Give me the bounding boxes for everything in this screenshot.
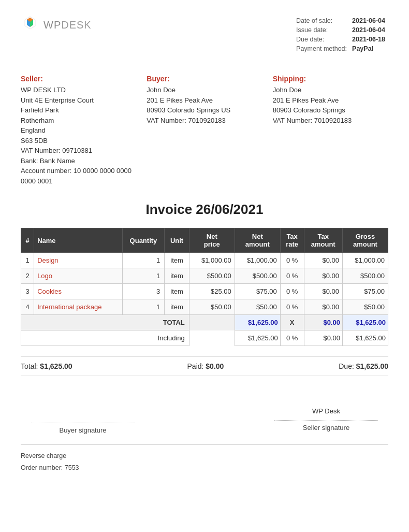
cell-gross: $50.00 xyxy=(342,299,388,315)
cell-tax-rate: 0 % xyxy=(280,284,304,299)
col-tax-rate: Taxrate xyxy=(280,228,304,253)
shipping-address2: 80903 Colorado Springs xyxy=(273,105,388,116)
total-net-amount: $1,625.00 xyxy=(235,315,280,330)
footer-line2: Order number: 7553 xyxy=(21,462,388,474)
paid-value: $0.00 xyxy=(206,362,224,370)
shipping-address1: 201 E Pikes Peak Ave xyxy=(273,95,388,106)
total-tax-amount: $0.00 xyxy=(304,315,342,330)
including-tax-rate: 0 % xyxy=(280,330,304,346)
total-value: $1,625.00 xyxy=(40,362,72,370)
cell-tax-amount: $0.00 xyxy=(304,299,342,315)
cell-tax-rate: 0 % xyxy=(280,253,304,268)
cell-qty: 1 xyxy=(122,268,165,284)
cell-name: International package xyxy=(34,299,123,315)
cell-tax-rate: 0 % xyxy=(280,299,304,315)
cell-unit: item xyxy=(165,268,189,284)
footer-line1: Reverse charge xyxy=(21,450,388,462)
invoice-title: Invoice 26/06/2021 xyxy=(21,202,388,218)
col-gross: Grossamount xyxy=(342,228,388,253)
seller-address3: Rotherham xyxy=(21,116,136,126)
invoice-summary: Total: $1,625.00 Paid: $0.00 Due: $1,625… xyxy=(21,356,388,376)
cell-unit: item xyxy=(165,253,189,268)
parties-section: Seller: WP DESK LTD Unit 4E Enterprise C… xyxy=(21,75,388,186)
summary-paid: Paid: $0.00 xyxy=(187,362,224,370)
cell-qty: 3 xyxy=(122,284,165,299)
cell-name: Design xyxy=(34,253,123,268)
shipping-title: Shipping: xyxy=(273,75,388,83)
buyer-address1: 201 E Pikes Peak Ave xyxy=(147,95,262,106)
cell-num: 2 xyxy=(21,268,34,284)
table-header-row: # Name Quantity Unit Netprice Netamount … xyxy=(21,228,388,253)
cell-net-price: $1,000.00 xyxy=(189,253,235,268)
due-value: $1,625.00 xyxy=(356,362,388,370)
buyer-sig-label: Buyer signature xyxy=(21,426,145,434)
cell-net-amount: $500.00 xyxy=(235,268,280,284)
cell-net-amount: $50.00 xyxy=(235,299,280,315)
col-qty: Quantity xyxy=(122,228,165,253)
seller-vat: VAT Number: 09710381 xyxy=(21,146,136,156)
seller-address4: England xyxy=(21,125,136,136)
table-row: 1 Design 1 item $1,000.00 $1,000.00 0 % … xyxy=(21,253,388,268)
cell-net-amount: $75.00 xyxy=(235,284,280,299)
including-net-amount: $1,625.00 xyxy=(235,330,280,346)
table-row: 2 Logo 1 item $500.00 $500.00 0 % $0.00 … xyxy=(21,268,388,284)
buyer-signature-block: Buyer signature xyxy=(21,407,145,434)
table-row: 4 International package 1 item $50.00 $5… xyxy=(21,299,388,315)
cell-net-amount: $1,000.00 xyxy=(235,253,280,268)
cell-unit: item xyxy=(165,284,189,299)
seller-company-name: WP Desk xyxy=(264,407,388,415)
cell-name: Logo xyxy=(34,268,123,284)
shipping-name: John Doe xyxy=(273,85,388,95)
due-date-label: Due date: xyxy=(294,35,349,44)
total-label: TOTAL xyxy=(21,315,189,330)
logo-light: DESK xyxy=(61,19,91,31)
cell-tax-amount: $0.00 xyxy=(304,253,342,268)
col-num: # xyxy=(21,228,34,253)
cell-qty: 1 xyxy=(122,299,165,315)
page-header: WPDESK Date of sale: 2021-06-04 Issue da… xyxy=(21,16,388,54)
cell-num: 3 xyxy=(21,284,34,299)
date-of-sale-value: 2021-06-04 xyxy=(350,17,387,25)
cell-tax-rate: 0 % xyxy=(280,268,304,284)
payment-method-value: PayPal xyxy=(350,45,387,53)
seller-block: Seller: WP DESK LTD Unit 4E Enterprise C… xyxy=(21,75,136,186)
header-dates: Date of sale: 2021-06-04 Issue date: 202… xyxy=(293,16,388,54)
seller-name: WP DESK LTD xyxy=(21,85,136,95)
signatures-section: Buyer signature WP Desk Seller signature xyxy=(21,407,388,434)
total-gross: $1,625.00 xyxy=(342,315,388,330)
seller-address2: Farfield Park xyxy=(21,105,136,116)
summary-due: Due: $1,625.00 xyxy=(339,362,388,370)
buyer-title: Buyer: xyxy=(147,75,262,83)
seller-signature-block: WP Desk Seller signature xyxy=(264,407,388,434)
payment-method-label: Payment method: xyxy=(294,45,349,53)
due-label: Due: xyxy=(339,362,354,370)
due-date-value: 2021-06-18 xyxy=(350,35,387,44)
cell-net-price: $50.00 xyxy=(189,299,235,315)
cell-gross: $1,000.00 xyxy=(342,253,388,268)
cell-net-price: $25.00 xyxy=(189,284,235,299)
buyer-block: Buyer: John Doe 201 E Pikes Peak Ave 809… xyxy=(147,75,262,186)
cell-qty: 1 xyxy=(122,253,165,268)
seller-account: Account number: 10 0000 0000 0000 0000 0… xyxy=(21,166,136,186)
including-label: Including xyxy=(21,330,189,346)
logo: WPDESK xyxy=(21,16,92,34)
including-tax-amount: $0.00 xyxy=(304,330,342,346)
including-gross: $1,625.00 xyxy=(342,330,388,346)
logo-icon xyxy=(21,16,39,34)
cell-name: Cookies xyxy=(34,284,123,299)
cell-tax-amount: $0.00 xyxy=(304,268,342,284)
paid-label: Paid: xyxy=(187,362,204,370)
buyer-address2: 80903 Colorado Springs US xyxy=(147,105,262,116)
buyer-sig-line xyxy=(31,423,135,423)
date-of-sale-label: Date of sale: xyxy=(294,17,349,25)
col-name: Name xyxy=(34,228,123,253)
seller-address1: Unit 4E Enterprise Court xyxy=(21,95,136,106)
seller-sig-label: Seller signature xyxy=(264,424,388,432)
total-tax-rate: X xyxy=(280,315,304,330)
cell-gross: $75.00 xyxy=(342,284,388,299)
buyer-vat: VAT Number: 7010920183 xyxy=(147,116,262,126)
invoice-table: # Name Quantity Unit Netprice Netamount … xyxy=(21,228,388,346)
issue-date-label: Issue date: xyxy=(294,26,349,34)
summary-total: Total: $1,625.00 xyxy=(21,362,72,370)
table-row: 3 Cookies 3 item $25.00 $75.00 0 % $0.00… xyxy=(21,284,388,299)
